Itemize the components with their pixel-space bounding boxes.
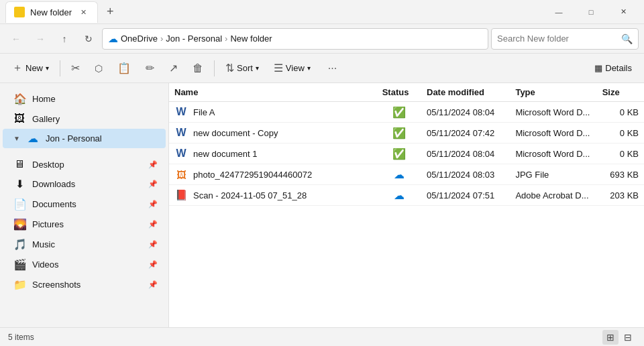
details-icon: ▦ [594, 63, 602, 73]
synced-icon: ✅ [392, 148, 406, 160]
sidebar-item-documents[interactable]: 📄 Documents 📌 [3, 194, 166, 214]
file-status: ☁ [377, 185, 421, 206]
desktop-icon: 🖥 [13, 158, 25, 170]
sidebar-item-jon-personal-label: Jon - Personal [46, 133, 158, 143]
maximize-button[interactable]: □ [576, 1, 606, 23]
sidebar-item-downloads[interactable]: ⬇ Downloads 📌 [3, 174, 166, 194]
sidebar-item-documents-label: Documents [32, 199, 142, 209]
view-icon: ☰ [274, 62, 283, 74]
paste-icon: 📋 [117, 62, 131, 74]
breadcrumb-new-folder[interactable]: New folder [230, 34, 272, 44]
file-type: Microsoft Word D... [510, 143, 596, 164]
delete-button[interactable]: 🗑 [186, 60, 210, 77]
view-grid-button[interactable]: ⊞ [602, 330, 619, 345]
sort-button[interactable]: ⇅ Sort ▾ [219, 59, 266, 77]
file-status: ☁ [377, 164, 421, 185]
sort-label: Sort [237, 63, 253, 73]
file-table-header: Name Status Date modified Type Size [169, 83, 644, 102]
sidebar-item-screenshots-label: Screenshots [32, 280, 142, 290]
file-date: 05/11/2024 08:03 [421, 164, 510, 185]
pictures-icon: 🌄 [13, 218, 25, 231]
file-table: Name Status Date modified Type Size W Fi… [169, 83, 644, 206]
column-header-name[interactable]: Name [169, 83, 377, 102]
breadcrumb-sep-1: › [160, 34, 163, 44]
details-button[interactable]: ▦ Details [588, 60, 639, 76]
table-row[interactable]: W new document 1 ✅ 05/11/2024 08:04 Micr… [169, 143, 644, 164]
file-table-body: W File A ✅ 05/11/2024 08:04 Microsoft Wo… [169, 102, 644, 206]
sort-icon: ⇅ [225, 62, 234, 74]
sidebar-item-screenshots[interactable]: 📁 Screenshots 📌 [3, 275, 166, 294]
breadcrumb-onedrive-label: OneDrive [121, 34, 158, 44]
documents-pin-icon: 📌 [148, 200, 158, 209]
forward-button[interactable]: → [30, 28, 51, 50]
more-button[interactable]: ··· [321, 60, 343, 77]
file-size: 203 KB [597, 185, 644, 206]
table-row[interactable]: 📕 Scan - 2024-11-05 07_51_28 ☁ 05/11/202… [169, 185, 644, 206]
sidebar-item-downloads-label: Downloads [32, 179, 142, 189]
minimize-button[interactable]: — [543, 1, 574, 23]
sidebar-item-gallery[interactable]: 🖼 Gallery [3, 109, 166, 128]
column-header-status[interactable]: Status [377, 83, 421, 102]
view-label: View [286, 63, 305, 73]
view-button[interactable]: ☰ View ▾ [267, 59, 317, 77]
search-input[interactable] [497, 34, 617, 44]
file-name-cell: W new document 1 [174, 147, 372, 160]
documents-icon: 📄 [13, 198, 25, 211]
file-size: 0 KB [597, 102, 644, 123]
videos-pin-icon: 📌 [148, 260, 158, 269]
table-row[interactable]: W new document - Copy ✅ 05/11/2024 07:42… [169, 123, 644, 143]
file-icon: W [174, 126, 188, 139]
cut-icon: ✂ [71, 62, 80, 74]
breadcrumb-jon-personal[interactable]: Jon - Personal [166, 34, 222, 44]
breadcrumb-onedrive[interactable]: ☁ OneDrive [108, 33, 158, 45]
onedrive-sidebar-icon: ☁ [27, 132, 39, 145]
copy-button[interactable]: ⬡ [88, 60, 109, 76]
sidebar-item-videos[interactable]: 🎬 Videos 📌 [3, 255, 166, 274]
table-row[interactable]: 🖼 photo_4247729519044460072 ☁ 05/11/2024… [169, 164, 644, 185]
sidebar-item-pictures[interactable]: 🌄 Pictures 📌 [3, 215, 166, 234]
file-icon: W [174, 105, 188, 119]
back-button[interactable]: ← [5, 28, 27, 50]
view-toggle-buttons: ⊞ ⊟ [602, 330, 636, 345]
tab-close-btn[interactable]: ✕ [77, 6, 89, 18]
desktop-pin-icon: 📌 [148, 160, 158, 169]
table-row[interactable]: W File A ✅ 05/11/2024 08:04 Microsoft Wo… [169, 102, 644, 123]
file-icon: 🖼 [174, 168, 188, 181]
file-name: Scan - 2024-11-05 07_51_28 [193, 190, 307, 200]
close-button[interactable]: ✕ [608, 1, 639, 23]
sidebar-item-music[interactable]: 🎵 Music 📌 [3, 235, 166, 254]
sidebar-item-desktop[interactable]: 🖥 Desktop 📌 [3, 155, 166, 174]
rename-button[interactable]: ✏ [139, 59, 161, 77]
sidebar-item-jon-personal[interactable]: ▼ ☁ Jon - Personal [3, 129, 166, 148]
sort-dropdown-icon: ▾ [256, 64, 259, 72]
new-button[interactable]: ＋ New ▾ [5, 58, 56, 78]
tab-folder-icon [14, 7, 25, 17]
up-button[interactable]: ↑ [54, 28, 75, 50]
file-name: new document - Copy [193, 128, 278, 138]
file-date: 05/11/2024 07:51 [421, 185, 510, 206]
videos-icon: 🎬 [13, 258, 25, 271]
paste-button[interactable]: 📋 [111, 59, 138, 77]
jpg-icon: 🖼 [176, 169, 186, 180]
sidebar-item-videos-label: Videos [32, 260, 142, 270]
column-header-type[interactable]: Type [510, 83, 596, 102]
refresh-button[interactable]: ↻ [78, 28, 99, 50]
sidebar-item-music-label: Music [32, 239, 142, 249]
column-header-date[interactable]: Date modified [421, 83, 510, 102]
sidebar-item-gallery-label: Gallery [32, 114, 158, 124]
file-icon: W [174, 147, 188, 160]
sidebar-item-home[interactable]: 🏠 Home [3, 89, 166, 109]
file-status: ✅ [377, 143, 421, 164]
new-tab-button[interactable]: + [101, 3, 119, 21]
more-icon: ··· [328, 62, 337, 74]
share-button[interactable]: ↗ [162, 59, 184, 77]
title-bar: New folder ✕ + — □ ✕ [0, 0, 644, 24]
active-tab[interactable]: New folder ✕ [5, 1, 98, 23]
cut-button[interactable]: ✂ [64, 59, 87, 77]
breadcrumb-bar[interactable]: ☁ OneDrive › Jon - Personal › New folder [102, 28, 488, 50]
column-header-size[interactable]: Size [597, 83, 644, 102]
search-box[interactable]: 🔍 [491, 28, 639, 50]
file-size: 0 KB [597, 123, 644, 143]
content-area: Name Status Date modified Type Size W Fi… [169, 83, 644, 327]
view-list-button[interactable]: ⊟ [620, 330, 636, 345]
